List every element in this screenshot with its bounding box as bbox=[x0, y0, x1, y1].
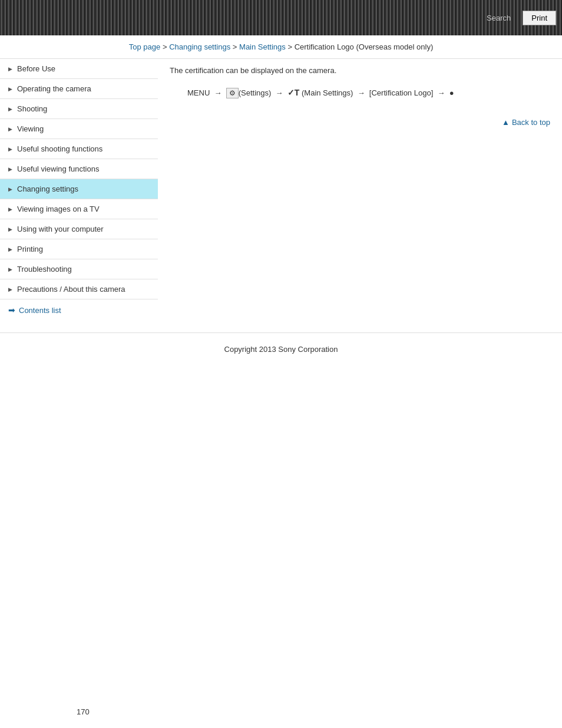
sidebar-item-4[interactable]: ▶Useful shooting functions bbox=[0, 139, 158, 159]
sidebar-arrow-8: ▶ bbox=[8, 226, 12, 232]
sidebar-item-8[interactable]: ▶Using with your computer bbox=[0, 219, 158, 239]
sidebar-arrow-0: ▶ bbox=[8, 66, 12, 72]
sidebar-arrow-3: ▶ bbox=[8, 126, 12, 132]
sidebar-label-3: Viewing bbox=[17, 124, 44, 133]
copyright-text: Copyright 2013 Sony Corporation bbox=[224, 345, 338, 354]
main-layout: ▶Before Use▶Operating the camera▶Shootin… bbox=[0, 58, 562, 321]
sidebar: ▶Before Use▶Operating the camera▶Shootin… bbox=[0, 58, 158, 321]
arrow-icon: ➡ bbox=[8, 305, 15, 315]
breadcrumb-sep2: > bbox=[233, 42, 239, 51]
sidebar-arrow-9: ▶ bbox=[8, 246, 12, 252]
sidebar-item-9[interactable]: ▶Printing bbox=[0, 239, 158, 259]
description-text: The certification can be displayed on th… bbox=[170, 65, 550, 77]
contents-list-label: Contents list bbox=[19, 306, 61, 315]
sidebar-label-9: Printing bbox=[17, 245, 43, 253]
sidebar-label-6: Changing settings bbox=[17, 185, 78, 193]
sidebar-item-7[interactable]: ▶Viewing images on a TV bbox=[0, 199, 158, 219]
sidebar-item-3[interactable]: ▶Viewing bbox=[0, 119, 158, 139]
back-to-top: ▲ Back to top bbox=[170, 112, 550, 133]
breadcrumb-top-link[interactable]: Top page bbox=[129, 42, 161, 51]
sidebar-arrow-5: ▶ bbox=[8, 166, 12, 172]
back-to-top-link[interactable]: ▲ Back to top bbox=[502, 118, 550, 127]
print-button[interactable]: Print bbox=[523, 11, 556, 25]
sidebar-item-1[interactable]: ▶Operating the camera bbox=[0, 79, 158, 99]
content-area: The certification can be displayed on th… bbox=[158, 58, 562, 144]
sidebar-item-2[interactable]: ▶Shooting bbox=[0, 99, 158, 119]
sidebar-label-1: Operating the camera bbox=[17, 84, 91, 93]
back-to-top-icon: ▲ bbox=[502, 118, 510, 127]
menu-path: MENU → ⚙(Settings) → ✓T (Main Settings) … bbox=[170, 85, 550, 100]
sidebar-item-0[interactable]: ▶Before Use bbox=[0, 59, 158, 79]
breadcrumb: Top page > Changing settings > Main Sett… bbox=[0, 35, 562, 58]
sidebar-item-10[interactable]: ▶Troubleshooting bbox=[0, 259, 158, 279]
sidebar-arrow-10: ▶ bbox=[8, 266, 12, 272]
sidebar-arrow-1: ▶ bbox=[8, 86, 12, 92]
sidebar-label-0: Before Use bbox=[17, 64, 55, 73]
breadcrumb-sep1: > bbox=[163, 42, 169, 51]
sidebar-label-4: Useful shooting functions bbox=[17, 144, 103, 153]
breadcrumb-changing-settings-link[interactable]: Changing settings bbox=[169, 42, 230, 51]
search-button[interactable]: Search bbox=[478, 11, 519, 25]
sidebar-label-7: Viewing images on a TV bbox=[17, 205, 100, 213]
sidebar-arrow-6: ▶ bbox=[8, 186, 12, 192]
sidebar-label-5: Useful viewing functions bbox=[17, 164, 99, 173]
sidebar-item-11[interactable]: ▶Precautions / About this camera bbox=[0, 279, 158, 299]
sidebar-arrow-11: ▶ bbox=[8, 286, 12, 292]
footer: Copyright 2013 Sony Corporation bbox=[0, 332, 562, 365]
sidebar-label-11: Precautions / About this camera bbox=[17, 285, 125, 294]
sidebar-arrow-7: ▶ bbox=[8, 206, 12, 212]
sidebar-item-6[interactable]: ▶Changing settings bbox=[0, 179, 158, 199]
breadcrumb-main-settings-link[interactable]: Main Settings bbox=[239, 42, 286, 51]
contents-list-link[interactable]: ➡ Contents list bbox=[0, 299, 158, 321]
breadcrumb-current: Certification Logo (Overseas model only) bbox=[295, 42, 434, 51]
back-to-top-label: Back to top bbox=[512, 118, 550, 127]
sidebar-label-10: Troubleshooting bbox=[17, 265, 72, 274]
header: Search Print bbox=[0, 0, 562, 35]
breadcrumb-sep3: > bbox=[287, 42, 294, 51]
sidebar-item-5[interactable]: ▶Useful viewing functions bbox=[0, 159, 158, 179]
sidebar-arrow-2: ▶ bbox=[8, 106, 12, 112]
sidebar-arrow-4: ▶ bbox=[8, 146, 12, 152]
sidebar-label-2: Shooting bbox=[17, 104, 47, 113]
sidebar-label-8: Using with your computer bbox=[17, 225, 104, 233]
